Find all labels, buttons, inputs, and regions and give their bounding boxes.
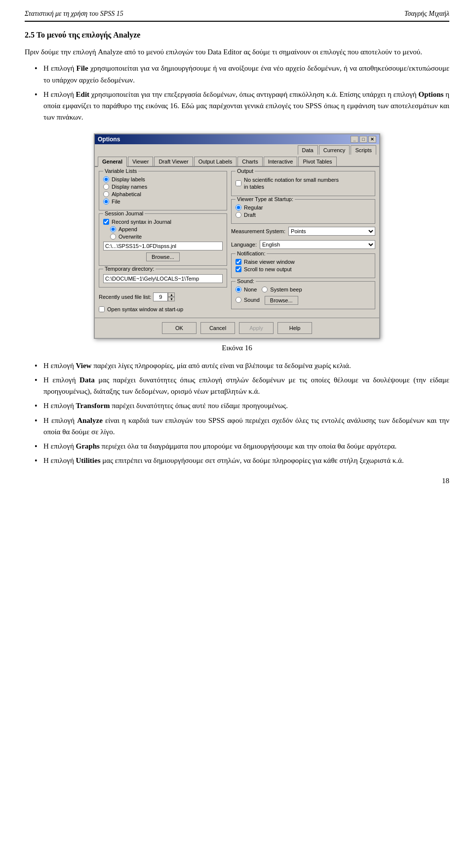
bullet-file-text: Η επιλογή File χρησιμοποιείται για να δη… — [43, 64, 449, 83]
maximize-button[interactable]: □ — [359, 136, 367, 143]
system-beep-row[interactable]: System beep — [262, 287, 302, 292]
scroll-output-row[interactable]: Scroll to new output — [236, 266, 371, 272]
no-scientific-row[interactable]: No scientific notation for small numbers… — [236, 176, 371, 191]
alphabetical-row[interactable]: Alphabetical — [103, 191, 223, 197]
spinner-down-button[interactable]: ▼ — [168, 297, 175, 301]
notification-title: Notification: — [236, 250, 267, 256]
dialog-button-row: OK Cancel Apply Help — [95, 318, 379, 338]
overwrite-radio[interactable] — [110, 234, 116, 240]
ok-button[interactable]: OK — [162, 322, 197, 334]
dialog-right-panel: Output No scientific notation for small … — [231, 171, 375, 314]
measurement-label: Measurement System: — [231, 228, 285, 234]
raise-viewer-checkbox[interactable] — [236, 259, 241, 265]
dialog-left-panel: Variable Lists Display labels Display na… — [99, 171, 227, 314]
recent-files-spinner[interactable]: ▲ ▼ — [153, 292, 175, 301]
notification-group: Notification: Raise viewer window Scroll… — [231, 253, 375, 278]
dialog-tab-bar[interactable]: General Viewer Draft Viewer Output Label… — [95, 155, 379, 167]
bullet-item-edit: Η επιλογή Edit χρησιμοποιείται για την ε… — [35, 89, 449, 124]
tab-viewer[interactable]: Viewer — [128, 157, 153, 166]
bullet-graphs-text: Η επιλογή Graphs περιέχει όλα τα διαγράμ… — [43, 442, 396, 450]
dialog-container: Options _ □ ✕ Data Currency Scripts Gene… — [25, 133, 449, 339]
tab-interactive[interactable]: Interactive — [264, 157, 298, 166]
temp-dir-group: Temporary directory: — [99, 269, 227, 288]
draft-row[interactable]: Draft — [236, 212, 371, 218]
raise-viewer-label: Raise viewer window — [244, 259, 295, 265]
titlebar-buttons[interactable]: _ □ ✕ — [351, 136, 376, 143]
journal-path-input[interactable] — [103, 242, 223, 250]
display-labels-row[interactable]: Display labels — [103, 176, 223, 182]
temp-dir-title: Temporary directory: — [103, 266, 156, 272]
append-radio[interactable] — [110, 226, 116, 232]
temp-dir-input-row — [103, 274, 223, 283]
apply-button[interactable]: Apply — [239, 322, 274, 334]
help-button[interactable]: Help — [277, 322, 312, 334]
open-syntax-checkbox[interactable] — [99, 306, 105, 312]
bullet-item-graphs: Η επιλογή Graphs περιέχει όλα τα διαγράμ… — [35, 441, 449, 452]
tab-currency[interactable]: Currency — [319, 145, 350, 155]
record-syntax-checkbox[interactable] — [103, 219, 109, 225]
append-row[interactable]: Append — [103, 226, 223, 232]
cancel-button[interactable]: Cancel — [200, 322, 235, 334]
bullet-analyze-text: Η επιλογή Analyze είναι η καρδιά των επι… — [43, 416, 449, 436]
overwrite-row[interactable]: Overwrite — [103, 234, 223, 240]
bullet-data-text: Η επιλογή Data μας παρέχει δυνατότητες ό… — [43, 376, 449, 395]
browse-journal-button[interactable]: Browse... — [146, 252, 180, 261]
draft-radio[interactable] — [236, 212, 241, 218]
recent-files-input[interactable] — [153, 292, 168, 301]
file-row[interactable]: File — [103, 199, 223, 205]
temp-dir-input[interactable] — [103, 274, 223, 283]
none-row[interactable]: None — [236, 287, 257, 292]
spinner-up-button[interactable]: ▲ — [168, 292, 175, 297]
none-label: None — [244, 287, 257, 292]
options-dialog[interactable]: Options _ □ ✕ Data Currency Scripts Gene… — [94, 133, 380, 339]
tab-scripts[interactable]: Scripts — [351, 145, 376, 155]
spinner-buttons[interactable]: ▲ ▼ — [168, 292, 175, 301]
none-radio[interactable] — [236, 287, 241, 292]
tab-general[interactable]: General — [98, 157, 127, 167]
close-button[interactable]: ✕ — [368, 136, 376, 143]
display-labels-radio[interactable] — [103, 176, 109, 182]
section-title: 2.5 Το μενού της επιλογής Analyze — [25, 31, 449, 40]
language-select[interactable]: English — [260, 240, 375, 249]
sound-radio[interactable] — [236, 297, 241, 303]
scroll-output-checkbox[interactable] — [236, 266, 241, 272]
sound-group: Sound: None System beep — [231, 281, 375, 309]
sound-options: None System beep — [236, 287, 371, 294]
display-names-row[interactable]: Display names — [103, 184, 223, 190]
display-names-radio[interactable] — [103, 184, 109, 190]
tab-pivot-tables[interactable]: Pivot Tables — [298, 157, 336, 166]
bullet-item-file: Η επιλογή File χρησιμοποιείται για να δη… — [35, 63, 449, 86]
tab-data[interactable]: Data — [298, 145, 318, 155]
record-syntax-label: Record syntax in Journal — [112, 219, 171, 225]
bullet-transform-text: Η επιλογή Transform παρέχει δυνατότητες … — [43, 402, 288, 410]
sound-radio-row[interactable]: Sound — [236, 297, 260, 303]
viewer-type-title: Viewer Type at Startup: — [236, 196, 295, 202]
regular-radio[interactable] — [236, 205, 241, 210]
file-radio[interactable] — [103, 199, 109, 205]
sound-title: Sound: — [236, 278, 256, 284]
overwrite-label: Overwrite — [118, 234, 142, 240]
measurement-select[interactable]: Points — [288, 227, 375, 236]
tab-charts[interactable]: Charts — [237, 157, 262, 166]
tab-output-labels[interactable]: Output Labels — [194, 157, 237, 166]
sound-label: Sound — [244, 297, 260, 303]
draft-label: Draft — [244, 212, 256, 218]
append-label: Append — [118, 226, 137, 232]
recent-files-row: Recently used file list: ▲ ▼ — [99, 292, 227, 301]
alphabetical-radio[interactable] — [103, 191, 109, 197]
minimize-button[interactable]: _ — [351, 136, 358, 143]
system-beep-radio[interactable] — [262, 287, 268, 292]
recent-files-label: Recently used file list: — [99, 294, 151, 300]
no-scientific-checkbox[interactable] — [236, 180, 241, 186]
raise-viewer-row[interactable]: Raise viewer window — [236, 259, 371, 265]
bullet-item-view: Η επιλογή View παρέχει λίγες πληροφορίες… — [35, 360, 449, 372]
browse-sound-button[interactable]: Browse... — [265, 296, 298, 305]
regular-label: Regular — [244, 205, 263, 210]
open-syntax-row[interactable]: Open syntax window at start-up — [99, 306, 227, 312]
record-syntax-row[interactable]: Record syntax in Journal — [103, 219, 223, 225]
regular-row[interactable]: Regular — [236, 205, 371, 210]
browse-journal-row[interactable]: Browse... — [103, 252, 223, 261]
output-title: Output — [236, 168, 255, 174]
open-syntax-label: Open syntax window at start-up — [107, 306, 183, 312]
tab-draft-viewer[interactable]: Draft Viewer — [154, 157, 193, 166]
